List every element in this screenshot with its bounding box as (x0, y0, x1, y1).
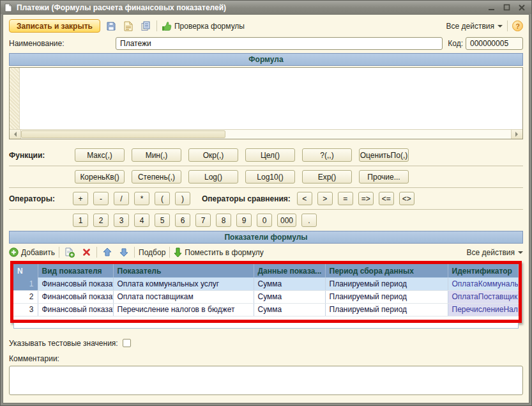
delete-row-button[interactable] (80, 246, 93, 259)
help-button[interactable]: ? (512, 20, 523, 31)
operator-button-open-paren[interactable]: ( (155, 192, 170, 205)
comparison-button-neq[interactable]: <> (399, 192, 414, 205)
comparison-button-lte[interactable]: <= (379, 192, 394, 205)
digit-button-3[interactable]: 3 (114, 214, 129, 227)
indicators-toolbar: Добавить Подбор Поместить в формулу (9, 244, 523, 261)
insert-to-formula-button[interactable]: Поместить в формулу (174, 247, 264, 258)
scroll-left-icon[interactable] (10, 130, 21, 139)
comparison-button-lt[interactable]: < (297, 192, 312, 205)
digit-button-1[interactable]: 1 (73, 214, 88, 227)
app-window: Платежи (Формулы расчета финансовых пока… (0, 0, 532, 406)
name-label: Наименование: (9, 39, 116, 48)
operator-button-plus[interactable]: + (73, 192, 88, 205)
add-row-button[interactable]: Добавить (9, 247, 55, 257)
name-input[interactable] (116, 37, 443, 50)
function-button-int[interactable]: Цел() (245, 148, 295, 162)
write-document-button[interactable] (122, 20, 135, 33)
digit-button-5[interactable]: 5 (155, 214, 170, 227)
comparison-button-eq[interactable]: = (338, 192, 353, 205)
main-toolbar: Записать и закрыть Проверка формулы Все … (9, 17, 523, 35)
cell-period: Планируемый период (325, 290, 448, 303)
function-button-max[interactable]: Макс(,) (75, 148, 125, 162)
table-row[interactable]: 1 Финансовый показатель Оплата коммуналь… (13, 277, 519, 290)
digit-button-6[interactable]: 6 (175, 214, 190, 227)
copy-row-button[interactable] (63, 246, 76, 259)
function-button-round[interactable]: Окр(,) (188, 148, 238, 162)
function-button-other[interactable]: Прочие... (359, 170, 409, 183)
digit-button-2[interactable]: 2 (93, 214, 109, 227)
column-header-indicator[interactable]: Показатель (113, 264, 254, 277)
titlebar: Платежи (Формулы расчета финансовых пока… (1, 1, 531, 14)
post-document-button[interactable] (139, 20, 152, 33)
function-button-sqrt[interactable]: КореньКв() (75, 170, 125, 183)
all-actions-button[interactable]: Все действия (446, 22, 503, 31)
cell-data: Сумма (254, 303, 325, 316)
close-icon[interactable] (517, 3, 526, 12)
digit-button-000[interactable]: 000 (277, 214, 296, 227)
test-values-checkbox[interactable] (123, 339, 131, 347)
toolbar-separator (169, 247, 170, 258)
floppy-icon (106, 21, 116, 31)
table-row[interactable]: 2 Финансовый показатель Оплата поставщик… (13, 290, 519, 303)
scrollbar-thumb[interactable] (21, 130, 225, 138)
indicators-table: N Вид показателя Показатель Данные показ… (13, 264, 519, 320)
digit-button-4[interactable]: 4 (134, 214, 149, 227)
save-button[interactable] (105, 20, 118, 33)
comments-label: Комментарии: (9, 354, 523, 363)
operator-button-minus[interactable]: - (93, 192, 109, 205)
column-header-n[interactable]: N (13, 264, 38, 277)
check-formula-button[interactable]: Проверка формулы (162, 21, 245, 31)
pick-button[interactable]: Подбор (139, 248, 165, 257)
toolbar-separator (96, 247, 97, 258)
minimize-icon[interactable] (487, 3, 496, 12)
delete-x-icon (82, 248, 91, 256)
test-values-row: Указывать тестовые значения: (9, 338, 523, 348)
table-all-actions-button[interactable]: Все действия (467, 248, 523, 257)
annotation-red-frame: N Вид показателя Показатель Данные показ… (10, 261, 522, 323)
code-input[interactable] (466, 37, 523, 50)
green-arrow-down-icon (174, 247, 182, 258)
operator-button-divide[interactable]: / (114, 192, 129, 205)
scroll-right-icon[interactable] (511, 130, 522, 139)
function-button-log10[interactable]: Log10() (245, 170, 295, 183)
window-controls (487, 3, 526, 12)
digit-button-dot[interactable]: . (301, 214, 317, 227)
client-area: Записать и закрыть Проверка формулы Все … (3, 14, 529, 403)
column-header-period[interactable]: Период сбора данных (325, 264, 448, 277)
column-header-kind[interactable]: Вид показателя (38, 264, 113, 277)
function-button-exp[interactable]: Exp() (302, 170, 352, 183)
toolbar-separator (134, 247, 135, 258)
function-button-log[interactable]: Log() (188, 170, 238, 183)
function-button-min[interactable]: Мин(,) (132, 148, 181, 162)
table-empty-area[interactable] (13, 323, 519, 329)
toolbar-separator (507, 20, 508, 31)
column-header-data[interactable]: Данные показа... (254, 264, 325, 277)
document-icon (124, 21, 133, 31)
comparison-operators-label: Операторы сравнения: (202, 194, 291, 203)
name-row: Наименование: Код: (9, 35, 523, 51)
move-down-button[interactable] (118, 246, 130, 259)
maximize-icon[interactable] (502, 3, 511, 12)
function-button-ternary[interactable]: ?(,,) (302, 148, 352, 162)
digit-button-8[interactable]: 8 (216, 214, 231, 227)
comparison-button-gt[interactable]: > (317, 192, 333, 205)
cell-data: Сумма (254, 277, 325, 290)
digit-button-7[interactable]: 7 (195, 214, 211, 227)
functions-row-2: КореньКв() Степень(,) Log() Log10() Exp(… (9, 166, 523, 187)
function-button-pow[interactable]: Степень(,) (132, 170, 181, 183)
move-up-button[interactable] (101, 246, 114, 259)
operator-button-multiply[interactable]: * (134, 192, 149, 205)
journal-icon (141, 21, 151, 31)
comparison-button-gte[interactable]: => (358, 192, 374, 205)
operator-button-close-paren[interactable]: ) (175, 192, 190, 205)
column-header-identifier[interactable]: Идентификатор (448, 264, 519, 277)
comments-input[interactable] (9, 366, 523, 395)
save-and-close-button[interactable]: Записать и закрыть (9, 19, 100, 33)
function-button-evaluate[interactable]: ОценитьПо(,) (359, 148, 409, 162)
cell-identifier: ОплатаКоммуналь... (448, 277, 519, 290)
digit-button-0[interactable]: 0 (257, 214, 272, 227)
scrollbar-track[interactable] (225, 130, 511, 139)
formula-input[interactable] (20, 68, 522, 129)
digit-button-9[interactable]: 9 (236, 214, 252, 227)
table-row[interactable]: 3 Финансовый показатель Перечисление нал… (13, 303, 519, 316)
